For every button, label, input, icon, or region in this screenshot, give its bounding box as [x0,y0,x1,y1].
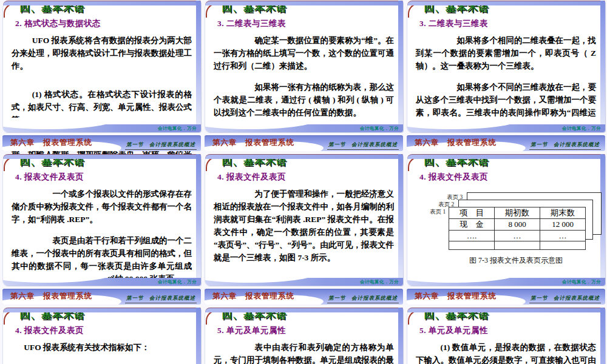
figure-table-row: 现 金8 00012 000 [449,219,586,231]
slide-bottom-band: 会计电算化．万分 [407,271,605,286]
slide-cell-2[interactable]: 四、基本术语3. 二维表与三维表确定某一数据位置的要素称为“维”。在一张有方格的… [205,0,403,147]
brand-text: 会计电算化．万分 [158,279,197,285]
figure-table-header-cell: 期初数 [495,207,540,219]
slide-thumbnail[interactable]: 四、基本术语4. 报表文件及表页为了便于管理和操作，一般把经济意义相近的报表放在… [205,154,403,286]
slide-top-border [205,1,403,5]
slide-right-border [600,308,605,364]
brand-text: 会计电算化．万分 [360,126,399,132]
slide-bottom-band: 会计电算化．万分 [407,118,605,132]
figure-table-cell: 12 000 [540,219,586,231]
slide-cell-6[interactable]: 四、基本术语4. 报表文件及表页表页 3表页 2表页 1项 目期初数期末数现 金… [407,147,605,301]
slide-body: 如果将多个相同的二维表叠在一起，找到某一个数据的要素需增加一个，即表页号（ Z … [416,34,596,132]
slide-subtitle: 5. 单元及单元属性 [419,325,605,336]
slide-paragraph: UFO 报表系统有关技术指标如下： [12,341,192,354]
slide-body: (1) 数值单元，是报表的数据，在数据状态下输入。数值单元必须是数字，可直接输入… [416,341,596,364]
slide-right-border [398,1,403,132]
slide-bottom-band: 会计电算化．万分 [205,118,403,132]
slide-subtitle: 2. 格式状态与数据状态 [15,18,201,29]
figure-table-header-cell: 项 目 [449,207,495,219]
slide-bottom-band: 会计电算化．万分 [3,271,201,286]
footer-chapter-label: 第六章 报表管理系统 [10,291,92,302]
slide-cell-9[interactable]: 四、基本术语5. 单元及单元属性(1) 数值单元，是报表的数据，在数据状态下输入… [407,301,605,364]
slide-top-border [205,308,403,312]
slide-subtitle: 5. 单元及单元属性 [217,325,403,336]
footer-chapter-label: 第六章 报表管理系统 [10,138,92,148]
figure-table-cell: …. [449,231,495,241]
report-pages-figure: 表页 3表页 2表页 1项 目期初数期末数现 金8 00012 000….……图… [416,192,596,274]
figure-table-cell: … [540,231,586,241]
brand-text: 会计电算化．万分 [562,279,601,285]
figure-table-row [449,241,586,250]
footer-chapter-label: 第六章 报表管理系统 [212,138,294,148]
slide-right-border [398,308,403,364]
slide-thumbnail[interactable]: 四、基本术语5. 单元及单元属性(1) 数值单元，是报表的数据，在数据状态下输入… [407,308,605,364]
slide-thumbnail[interactable]: 四、基本术语2. 格式状态与数据状态UFO 报表系统将含有数据的报表分为两大部分… [2,1,201,132]
brand-text: 会计电算化．万分 [158,126,197,132]
footer-chapter-label: 第六章 报表管理系统 [415,138,497,148]
slide-cell-1[interactable]: 四、基本术语2. 格式状态与数据状态UFO 报表系统将含有数据的报表分为两大部分… [2,0,201,147]
slide-subtitle: 3. 二维表与三维表 [217,18,403,29]
slide-paragraph: UFO 报表系统将含有数据的报表分为两大部分来处理，即报表格式设计工作与报表数据… [12,34,192,72]
slide-paragraph: 为了便于管理和操作，一般把经济意义相近的报表放在一个报表文件中，如各月编制的利润… [214,187,394,264]
slide-top-border [3,154,201,159]
slide-paragraph: 如果将一张有方格的纸称为表，那么这个表就是二维表，通过行 ( 横轴 ) 和列 (… [214,81,394,119]
slide-paragraph: 一个或多个报表以文件的形式保存在存储介质中称为报表文件，每个报表文件都有一个名字… [12,187,192,226]
figure-table-cell [540,241,586,250]
slide-bottom-band: 会计电算化．万分 [205,271,403,286]
slide-body: 一个或多个报表以文件的形式保存在存储介质中称为报表文件，每个报表文件都有一个名字… [12,187,192,285]
slide-body: 表中由表行和表列确定的方格称为单元，专门用于填制各种数据。单元是组成报表的最小单… [214,341,394,364]
figure-table-cell: 现 金 [449,219,495,231]
slide-top-border [407,308,605,312]
slide-body: 为了便于管理和操作，一般把经济意义相近的报表放在一个报表文件中，如各月编制的利润… [214,187,394,264]
figure-table-row: ….…… [449,231,586,241]
slide-right-border [196,1,201,132]
slide-cell-8[interactable]: 四、基本术语5. 单元及单元属性表中由表行和表列确定的方格称为单元，专门用于填制… [205,301,403,364]
slide-bottom-band: 会计电算化．万分 [3,118,201,132]
slide-cell-3[interactable]: 四、基本术语3. 二维表与三维表如果将多个相同的二维表叠在一起，找到某一个数据的… [407,0,605,147]
slide-thumbnail[interactable]: 四、基本术语4. 报表文件及表页表页 3表页 2表页 1项 目期初数期末数现 金… [407,154,605,286]
slide-top-border [3,1,201,5]
slide-right-border [196,154,201,286]
slide-cell-5[interactable]: 四、基本术语4. 报表文件及表页为了便于管理和操作，一般把经济意义相近的报表放在… [205,147,403,301]
slide-body: 确定某一数据位置的要素称为“维”。在一张有方格的纸上填写一个数，这个数的位置可通… [214,34,394,119]
slide-body: 表页 3表页 2表页 1项 目期初数期末数现 金8 00012 000….……图… [416,192,596,274]
figure-table-header-cell: 期末数 [540,207,586,219]
slide-subtitle: 4. 报表文件及表页 [15,172,201,183]
slide-paragraph: 确定某一数据位置的要素称为“维”。在一张有方格的纸上填写一个数，这个数的位置可通… [214,34,394,72]
slide-thumbnail[interactable]: 四、基本术语3. 二维表与三维表确定某一数据位置的要素称为“维”。在一张有方格的… [205,1,403,132]
slide-thumbnail[interactable]: 四、基本术语4. 报表文件及表页UFO 报表系统有关技术指标如下：行 数： 1 … [2,308,201,364]
brand-text: 会计电算化．万分 [562,126,601,132]
slide-subtitle: 4. 报表文件及表页 [217,172,403,183]
figure-table-cell: 8 000 [495,219,540,231]
slide-right-border [600,1,605,132]
figure-table-cell: … [495,231,540,241]
figure-table: 项 目期初数期末数现 金8 00012 000….…… [449,207,586,250]
slide-subtitle: 4. 报表文件及表页 [419,172,605,183]
page-label: 表页 1 [430,208,446,216]
slide-cell-4[interactable]: 四、基本术语4. 报表文件及表页一个或多个报表以文件的形式保存在存储介质中称为报… [2,147,201,301]
figure-table-cell [449,241,495,250]
figure-caption: 图 7-3 报表文件及表页示意图 [440,255,592,266]
slide-right-border [398,154,403,286]
slide-thumbnail[interactable]: 四、基本术语4. 报表文件及表页一个或多个报表以文件的形式保存在存储介质中称为报… [2,154,201,286]
slide-thumbnail[interactable]: 四、基本术语5. 单元及单元属性表中由表行和表列确定的方格称为单元，专门用于填制… [205,308,403,364]
figure-table-cell [495,241,540,250]
slide-top-border [3,308,201,312]
slide-top-border [205,154,403,159]
slide-top-border [407,1,605,5]
slide-body: UFO 报表系统有关技术指标如下：行 数： 1 ～ 9 999 行 ( 缺省值为… [12,341,192,364]
brand-text: 会计电算化．万分 [360,279,399,285]
slide-subtitle: 4. 报表文件及表页 [15,325,201,336]
footer-chapter-label: 第六章 报表管理系统 [415,291,497,302]
figure-table-header-row: 项 目期初数期末数 [449,207,586,219]
slide-top-border [407,154,605,159]
slide-cell-7[interactable]: 四、基本术语4. 报表文件及表页UFO 报表系统有关技术指标如下：行 数： 1 … [2,301,201,364]
slide-paragraph: 如果将多个相同的二维表叠在一起，找到某一个数据的要素需增加一个，即表页号（ Z … [416,34,596,72]
footer-chapter-label: 第六章 报表管理系统 [212,291,294,302]
slide-paragraph: (1) 数值单元，是报表的数据，在数据状态下输入。数值单元必须是数字，可直接输入… [416,341,596,364]
slide-sorter-canvas: 四、基本术语2. 格式状态与数据状态UFO 报表系统将含有数据的报表分为两大部分… [0,0,607,364]
slide-thumbnail[interactable]: 四、基本术语3. 二维表与三维表如果将多个相同的二维表叠在一起，找到某一个数据的… [407,1,605,132]
slide-paragraph: 表中由表行和表列确定的方格称为单元，专门用于填制各种数据。单元是组成报表的最小单… [214,341,394,364]
slide-subtitle: 3. 二维表与三维表 [419,18,605,29]
slide-right-border [196,308,201,364]
